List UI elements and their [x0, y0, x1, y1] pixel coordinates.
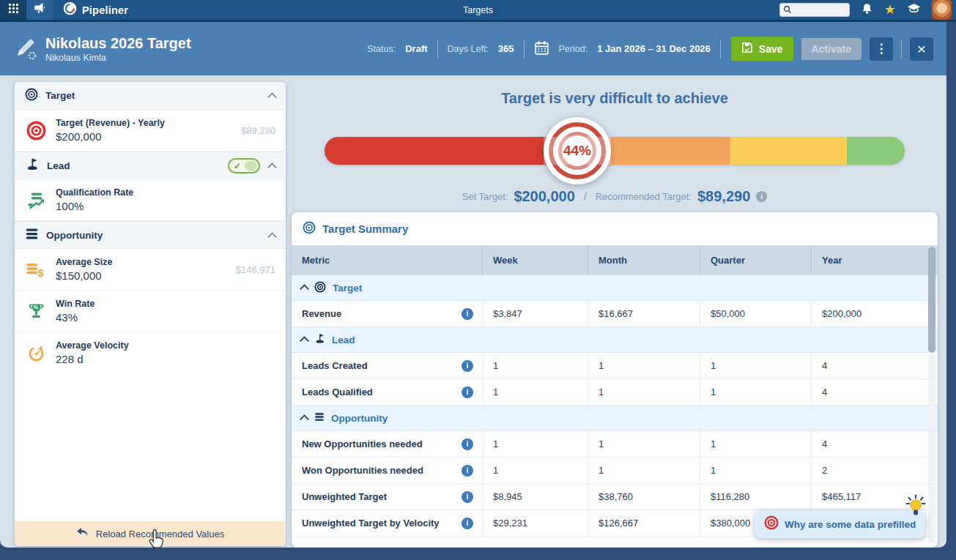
value-cell: 1: [700, 353, 811, 378]
lead-toggle-on[interactable]: [228, 158, 260, 173]
days-left-value: 365: [498, 43, 514, 54]
metric-label: Leads Created: [302, 360, 368, 371]
search-box[interactable]: [779, 3, 850, 17]
table-row: Unweighted Target $8,945 $38,760 $116,28…: [292, 484, 938, 510]
search-icon: [783, 4, 792, 17]
target-summary-card: Target Summary Metric Week Month Quarter…: [292, 212, 938, 548]
info-icon[interactable]: [462, 465, 473, 477]
value-cell: 2: [811, 458, 938, 483]
metric-label: Unweighted Target by Velocity: [302, 518, 440, 529]
group-row-target[interactable]: Target: [292, 275, 938, 301]
sidebar-item-win-rate[interactable]: % Win Rate 43%: [15, 291, 286, 332]
status-value: Draft: [405, 43, 427, 54]
divider: [901, 40, 902, 59]
activate-button[interactable]: Activate: [801, 38, 861, 60]
section-title: Lead: [47, 160, 70, 171]
metric-label: Leads Qualified: [302, 387, 373, 397]
target-owner: Nikolaus Kimla: [45, 52, 191, 64]
target-title: Nikolaus 2026 Target: [45, 34, 191, 52]
info-icon[interactable]: [462, 387, 473, 398]
sidebar-section-target[interactable]: Target: [15, 82, 286, 110]
info-icon[interactable]: [756, 191, 767, 202]
apps-grid-icon: [8, 3, 19, 17]
bullseye-icon: [314, 281, 326, 295]
target-values-line: Set Target: $200,000 / Recommended Targe…: [462, 188, 768, 205]
sidebar-section-lead[interactable]: Lead: [15, 152, 286, 179]
notifications-bell-icon[interactable]: [861, 2, 873, 18]
target-settings-sidebar: Target Target (Revenue) - Yearly $200,00…: [15, 82, 286, 546]
period-value: 1 Jan 2026 – 31 Dec 2026: [597, 43, 711, 54]
value-cell: $116,280: [700, 484, 811, 509]
chevron-up-icon[interactable]: [267, 163, 277, 172]
reload-recommended-button[interactable]: Reload Recommended Values: [15, 521, 286, 546]
difficulty-gauge: 44%: [325, 137, 905, 165]
info-icon[interactable]: [462, 491, 473, 503]
chevron-up-icon[interactable]: [267, 92, 277, 102]
apps-grid-button[interactable]: [0, 0, 26, 20]
save-button[interactable]: Save: [731, 37, 793, 61]
more-options-button[interactable]: [870, 37, 893, 61]
set-target-label: Set Target:: [462, 191, 508, 202]
stacked-bars-icon: [25, 228, 39, 243]
activate-label: Activate: [812, 43, 851, 55]
column-header: Quarter: [700, 245, 811, 275]
target-editor-header: Nikolaus 2026 Target Nikolaus Kimla Stat…: [0, 22, 946, 75]
scrollbar-thumb[interactable]: [928, 247, 935, 353]
academy-graduation-cap-icon[interactable]: [907, 3, 921, 18]
info-icon[interactable]: [462, 360, 473, 372]
value-cell: 1: [482, 379, 588, 405]
brand-logo[interactable]: Pipeliner: [63, 1, 128, 18]
bullseye-red-icon: [764, 515, 779, 533]
lightbulb-icon[interactable]: [904, 493, 927, 521]
save-label: Save: [759, 43, 783, 55]
announcements-button[interactable]: [26, 0, 53, 20]
divider: [720, 40, 721, 59]
gauge-percent: 44%: [544, 117, 611, 184]
group-row-lead[interactable]: Lead: [292, 327, 938, 353]
table-scrollbar[interactable]: [928, 247, 935, 543]
group-label: Lead: [332, 335, 355, 346]
section-title: Target: [45, 90, 75, 101]
chevron-up-icon[interactable]: [300, 336, 309, 346]
group-label: Target: [333, 283, 362, 294]
pencil-gear-icon: [13, 37, 38, 61]
set-target-value: $200,000: [514, 188, 574, 205]
column-header: Metric: [292, 245, 482, 275]
table-row: Won Opportunities needed 1 1 1 2: [292, 458, 938, 484]
value-cell: $3,847: [482, 301, 588, 326]
value-cell: $38,760: [588, 484, 700, 509]
value-cell: 4: [811, 353, 938, 378]
period-label: Period:: [559, 44, 588, 54]
metric-label: Revenue: [302, 308, 341, 319]
value-cell: 1: [588, 353, 700, 378]
item-label: Win Rate: [56, 299, 95, 309]
search-input[interactable]: [794, 6, 845, 15]
pipeliner-app: Pipeliner Targets: [0, 0, 956, 560]
value-cell: $29,231: [482, 510, 588, 536]
status-label: Status:: [367, 44, 396, 54]
info-icon[interactable]: [462, 518, 473, 529]
group-row-opportunity[interactable]: Opportunity: [292, 406, 938, 431]
topbar-shadow: [0, 20, 956, 22]
chevron-up-icon[interactable]: [300, 414, 309, 424]
sidebar-section-opportunity[interactable]: Opportunity: [15, 221, 286, 249]
user-avatar[interactable]: [932, 0, 952, 20]
chevron-up-icon[interactable]: [267, 232, 277, 242]
value-cell: 1: [482, 458, 588, 483]
value-cell: 1: [482, 431, 588, 457]
info-icon[interactable]: [462, 308, 473, 320]
floppy-disk-icon: [741, 42, 753, 56]
sidebar-item-qualification-rate[interactable]: Qualification Rate 100%: [15, 179, 286, 221]
lead-flag-icon: [314, 333, 325, 346]
favorites-star-icon[interactable]: [884, 3, 896, 17]
sidebar-item-target-revenue[interactable]: Target (Revenue) - Yearly $200,000 $89,2…: [15, 110, 286, 152]
info-icon[interactable]: [462, 438, 473, 450]
item-label: Target (Revenue) - Yearly: [56, 118, 165, 128]
item-recommended-hint: $89,290: [241, 125, 275, 136]
sidebar-item-average-velocity[interactable]: Average Velocity 228 d: [15, 332, 286, 373]
chevron-up-icon[interactable]: [300, 284, 309, 294]
item-value: $200,000: [56, 130, 165, 143]
sidebar-item-average-size[interactable]: $ Average Size $150,000 $146,971: [15, 249, 286, 291]
close-button[interactable]: [910, 37, 933, 61]
table-row: Revenue $3,847 $16,667 $50,000 $200,000: [292, 301, 938, 327]
